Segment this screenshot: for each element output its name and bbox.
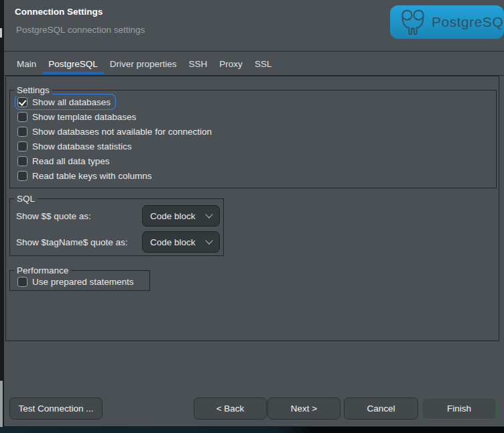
checkbox-label: Show databases not available for connect… xyxy=(32,127,212,137)
checkbox-label: Show database statistics xyxy=(32,141,132,151)
back-button[interactable]: < Back xyxy=(194,397,267,420)
settings-group-legend: Settings xyxy=(14,84,52,96)
finish-button[interactable]: Finish xyxy=(422,397,497,420)
checkbox-show-databases-not-available[interactable] xyxy=(17,127,27,137)
tab-proxy[interactable]: Proxy xyxy=(213,52,249,75)
sql-group-legend: SQL xyxy=(14,193,38,204)
checkbox-row-read-all-data-types[interactable]: Read all data types xyxy=(15,153,115,168)
tab-ssl[interactable]: SSL xyxy=(249,52,278,75)
chevron-down-icon xyxy=(205,210,212,218)
tagname-quote-select[interactable]: Code block xyxy=(142,231,220,253)
sql-row-dollar-quote: Show $$ quote as: Code block xyxy=(16,205,220,227)
checkbox-show-database-statistics[interactable] xyxy=(17,141,27,151)
dollar-quote-label: Show $$ quote as: xyxy=(16,211,142,221)
tagname-quote-label: Show $tagName$ quote as: xyxy=(16,237,142,247)
settings-group: Settings Show all databases Show templat… xyxy=(9,90,497,188)
postgresql-logo: PostgreSQL xyxy=(390,5,504,39)
postgresql-elephant-icon xyxy=(400,8,426,36)
checkbox-label: Show all databases xyxy=(32,97,111,107)
checkbox-show-template-databases[interactable] xyxy=(17,112,27,122)
page-subtitle: PostgreSQL connection settings xyxy=(16,25,145,35)
chevron-down-icon xyxy=(205,237,212,244)
checkbox-row-show-all-databases[interactable]: Show all databases xyxy=(15,95,115,109)
checkbox-use-prepared-statements[interactable] xyxy=(17,277,27,287)
checkbox-read-table-keys[interactable] xyxy=(17,171,27,181)
settings-tab-bar: Main PostgreSQL Driver properties SSH Pr… xyxy=(4,52,504,76)
dollar-quote-select[interactable]: Code block xyxy=(142,205,220,227)
checkbox-row-read-table-keys[interactable]: Read table keys with columns xyxy=(15,168,157,183)
background-desktop-strip xyxy=(0,427,504,433)
logo-wordmark: PostgreSQL xyxy=(432,14,504,30)
checkbox-show-all-databases[interactable] xyxy=(17,97,27,107)
dialog-header: Connection Settings PostgreSQL connectio… xyxy=(4,0,504,52)
background-artifact xyxy=(0,28,2,38)
sql-group: SQL Show $$ quote as: Code block Show $t… xyxy=(9,198,224,256)
tab-main[interactable]: Main xyxy=(11,52,42,75)
background-scrollbar xyxy=(0,381,3,432)
checkbox-label: Show template databases xyxy=(32,112,136,122)
checkbox-row-show-databases-not-available[interactable]: Show databases not available for connect… xyxy=(15,124,216,139)
checkbox-row-use-prepared-statements[interactable]: Use prepared statements xyxy=(15,274,139,289)
sql-row-tagname-quote: Show $tagName$ quote as: Code block xyxy=(16,231,220,253)
page-title: Connection Settings xyxy=(15,7,103,17)
performance-group: Performance Use prepared statements xyxy=(9,270,150,291)
tab-postgresql[interactable]: PostgreSQL xyxy=(42,52,104,75)
tab-content-panel: Settings Show all databases Show templat… xyxy=(5,76,499,341)
checkbox-row-show-template-databases[interactable]: Show template databases xyxy=(15,109,141,124)
checkbox-label: Read table keys with columns xyxy=(32,171,152,181)
performance-group-legend: Performance xyxy=(14,265,71,276)
cancel-button[interactable]: Cancel xyxy=(344,397,418,420)
test-connection-button[interactable]: Test Connection ... xyxy=(9,397,103,420)
checkbox-label: Use prepared statements xyxy=(32,277,134,287)
checkbox-row-show-database-statistics[interactable]: Show database statistics xyxy=(15,139,137,153)
connection-settings-dialog: Connection Settings PostgreSQL connectio… xyxy=(4,0,504,427)
tagname-quote-selected-value: Code block xyxy=(150,237,206,247)
tab-ssh[interactable]: SSH xyxy=(183,52,214,75)
next-button[interactable]: Next > xyxy=(267,397,340,420)
checkbox-read-all-data-types[interactable] xyxy=(17,156,27,166)
checkbox-label: Read all data types xyxy=(32,156,110,166)
tab-driver-properties[interactable]: Driver properties xyxy=(104,52,183,75)
dollar-quote-selected-value: Code block xyxy=(150,211,206,221)
